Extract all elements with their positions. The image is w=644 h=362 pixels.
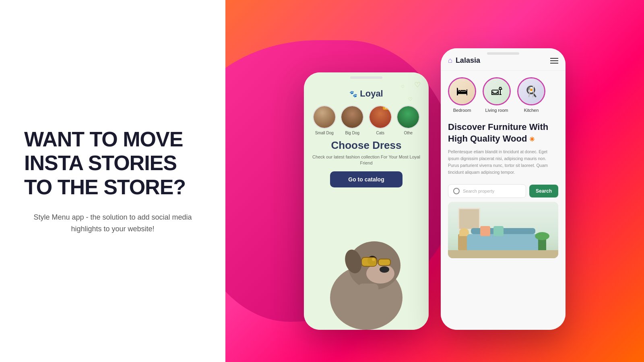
phone-screen-2: ⌂ Lalasia 🛏 Bedroom [441, 48, 566, 330]
pet-category-other[interactable]: Othe [396, 105, 420, 135]
choose-dress-section: Choose Dress Check our latest fashion co… [310, 139, 422, 167]
phones-container: ♡ ♡ ♡ 🐾 Loyal Small Dog [304, 48, 566, 330]
choose-dress-desc: Check our latest fashion collection For … [310, 154, 422, 167]
room-preview [448, 202, 558, 258]
kitchen-circle: 🍳 [517, 77, 545, 105]
sub-text: Style Menu app - the solution to add soc… [24, 212, 201, 235]
room-illustration [448, 202, 558, 258]
catalog-button[interactable]: Go to catalog [330, 171, 402, 187]
other-label: Othe [404, 131, 413, 135]
phone-1-frame: ♡ ♡ ♡ 🐾 Loyal Small Dog [304, 72, 429, 330]
heart-decor-3: ♡ [401, 84, 405, 89]
lalasia-logo-icon: ⌂ [448, 56, 452, 65]
living-room-category[interactable]: 🛋 Living room [483, 77, 511, 113]
search-icon [453, 188, 460, 194]
lalasia-title-line2: High Quality Wood [448, 134, 527, 144]
svg-rect-12 [358, 284, 378, 304]
furniture-categories: 🛏 Bedroom 🛋 Living room 🍳 [441, 71, 566, 119]
bedroom-label: Bedroom [453, 108, 471, 113]
cushions [480, 226, 504, 236]
pet-categories: Small Dog Big Dog Cats [310, 105, 422, 135]
phone-notch-1 [350, 76, 382, 79]
dog-image [314, 217, 419, 330]
loyal-app-name: Loyal [360, 88, 383, 99]
bedroom-circle: 🛏 [448, 77, 476, 105]
heart-decor-2: ♡ [408, 97, 413, 102]
hamburger-line-3 [550, 63, 558, 64]
hamburger-line-2 [550, 60, 558, 61]
pet-category-small-dog[interactable]: Small Dog [313, 105, 336, 135]
lalasia-title-line1: Discover Furniture With [448, 122, 548, 132]
kitchen-label: Kitchen [524, 108, 539, 113]
lalasia-header: ⌂ Lalasia [441, 56, 566, 71]
other-circle [396, 105, 420, 129]
cushion-mint [493, 226, 504, 236]
phone-2-frame: ⌂ Lalasia 🛏 Bedroom [441, 48, 566, 330]
search-button[interactable]: Search [529, 185, 558, 197]
search-bar: Search property Search [448, 184, 558, 198]
cushion-orange [480, 226, 490, 236]
heart-decor-1: ♡ [414, 80, 421, 89]
small-dog-label: Small Dog [315, 131, 334, 135]
wall-art [458, 208, 480, 230]
big-dog-label: Big Dog [345, 131, 359, 135]
lalasia-title: Discover Furniture With High Quality Woo… [448, 121, 558, 144]
pet-category-cats[interactable]: Cats [369, 105, 392, 135]
svg-point-3 [380, 266, 389, 273]
hamburger-line-1 [550, 58, 558, 59]
big-dog-circle [341, 105, 364, 129]
lalasia-app-name: Lalasia [456, 56, 480, 65]
main-headline: WANT TO MOVE INSTA STORIES TO THE STORE? [24, 128, 201, 200]
living-room-label: Living room [485, 108, 508, 113]
search-placeholder-text: Search property [463, 189, 494, 193]
cats-label: Cats [376, 131, 384, 135]
sparkle-icon: ✳ [529, 136, 535, 143]
search-input-wrap[interactable]: Search property [448, 184, 526, 198]
lalasia-logo-area: ⌂ Lalasia [448, 56, 480, 65]
right-section: ♡ ♡ ♡ 🐾 Loyal Small Dog [225, 0, 644, 362]
svg-rect-8 [378, 259, 390, 265]
pet-category-big-dog[interactable]: Big Dog [341, 105, 364, 135]
paw-icon: 🐾 [349, 90, 357, 98]
kitchen-category[interactable]: 🍳 Kitchen [517, 77, 545, 113]
living-room-circle: 🛋 [483, 77, 511, 105]
small-dog-circle [313, 105, 336, 129]
svg-rect-6 [361, 257, 377, 266]
phone-notch-2 [487, 52, 519, 55]
loyal-header: 🐾 Loyal [310, 84, 422, 99]
cats-circle [369, 105, 392, 129]
choose-dress-title: Choose Dress [310, 139, 422, 152]
bedroom-category[interactable]: 🛏 Bedroom [448, 77, 476, 113]
dog-svg [314, 217, 419, 330]
lalasia-headline: Discover Furniture With High Quality Woo… [441, 119, 566, 180]
phone-screen-1: ♡ ♡ ♡ 🐾 Loyal Small Dog [304, 72, 429, 330]
left-section: WANT TO MOVE INSTA STORIES TO THE STORE?… [0, 0, 225, 362]
floor [448, 250, 558, 258]
lalasia-description: Pellentesque etiam blandit in tincidunt … [448, 148, 558, 175]
hamburger-menu[interactable] [550, 58, 558, 64]
